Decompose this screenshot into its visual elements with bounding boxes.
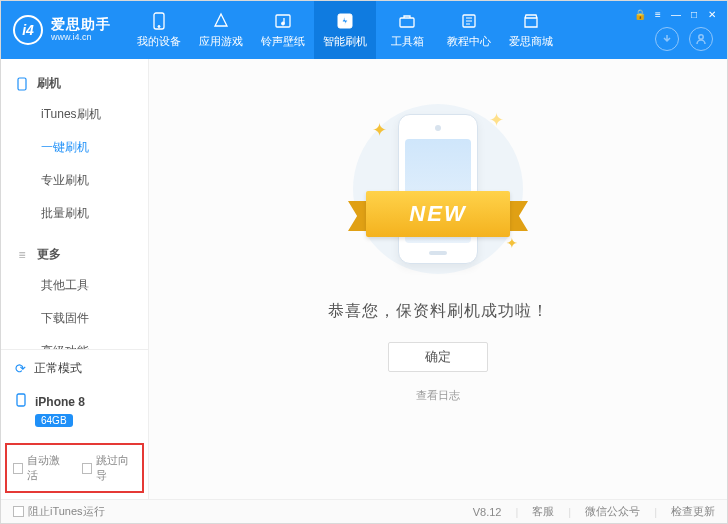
flash-icon [336, 12, 354, 30]
apps-icon [212, 12, 230, 30]
ok-button[interactable]: 确定 [388, 342, 488, 372]
lock-icon[interactable]: 🔒 [633, 7, 647, 21]
top-nav: 我的设备 应用游戏 铃声壁纸 智能刷机 工具箱 教程中心 [128, 1, 562, 59]
menu-icon[interactable]: ≡ [651, 7, 665, 21]
header: i4 爱思助手 www.i4.cn 我的设备 应用游戏 铃声壁纸 智能刷机 [1, 1, 727, 59]
user-circle-button[interactable] [689, 27, 713, 51]
toolbox-icon [398, 12, 416, 30]
footer: 阻止iTunes运行 V8.12 | 客服 | 微信公众号 | 检查更新 [1, 499, 727, 523]
storage-badge: 64GB [35, 414, 73, 427]
nav-label: 我的设备 [137, 34, 181, 49]
svg-point-3 [282, 22, 285, 25]
checkbox-block-itunes[interactable]: 阻止iTunes运行 [13, 504, 105, 519]
phone-small-icon [15, 393, 27, 410]
checkbox-box-icon [82, 463, 92, 474]
nav-label: 智能刷机 [323, 34, 367, 49]
app-url: www.i4.cn [51, 33, 111, 43]
nav-tutorials[interactable]: 教程中心 [438, 1, 500, 59]
sparkle-icon: ✦ [506, 235, 518, 251]
sidebar-item-batch-flash[interactable]: 批量刷机 [1, 197, 148, 230]
nav-store[interactable]: 爱思商城 [500, 1, 562, 59]
success-illustration: ✦ ✦ ✦ NEW [328, 99, 548, 279]
svg-point-7 [699, 35, 703, 39]
sparkle-icon: ✦ [489, 109, 504, 131]
sidebar-item-other-tools[interactable]: 其他工具 [1, 269, 148, 302]
highlighted-options: 自动激活 跳过向导 [5, 443, 144, 493]
nav-my-device[interactable]: 我的设备 [128, 1, 190, 59]
device-row[interactable]: iPhone 8 [1, 387, 148, 412]
check-update-link[interactable]: 检查更新 [671, 504, 715, 519]
nav-label: 教程中心 [447, 34, 491, 49]
music-icon [274, 12, 292, 30]
sidebar-item-itunes-flash[interactable]: iTunes刷机 [1, 98, 148, 131]
sidebar-section-flash: 刷机 [1, 69, 148, 98]
sidebar-section-more: ≡ 更多 [1, 240, 148, 269]
sidebar-item-one-click-flash[interactable]: 一键刷机 [1, 131, 148, 164]
nav-toolbox[interactable]: 工具箱 [376, 1, 438, 59]
app-title: 爱思助手 [51, 17, 111, 32]
more-icon: ≡ [15, 248, 29, 262]
book-icon [460, 12, 478, 30]
success-message: 恭喜您，保资料刷机成功啦！ [328, 301, 549, 322]
svg-rect-8 [18, 78, 26, 90]
device-name: iPhone 8 [35, 395, 85, 409]
svg-rect-5 [400, 18, 414, 27]
svg-rect-9 [17, 394, 25, 406]
sidebar-item-download-firmware[interactable]: 下载固件 [1, 302, 148, 335]
svg-point-1 [158, 25, 160, 27]
checkbox-box-icon [13, 506, 24, 517]
phone-icon [150, 12, 168, 30]
refresh-icon: ⟳ [15, 361, 26, 376]
checkbox-skip-wizard[interactable]: 跳过向导 [82, 453, 137, 483]
device-icon [15, 77, 29, 91]
download-circle-button[interactable] [655, 27, 679, 51]
support-link[interactable]: 客服 [532, 504, 554, 519]
nav-label: 应用游戏 [199, 34, 243, 49]
content-area: ✦ ✦ ✦ NEW 恭喜您，保资料刷机成功啦！ 确定 查看日志 [149, 59, 727, 499]
nav-apps-games[interactable]: 应用游戏 [190, 1, 252, 59]
phone-illustration [398, 114, 478, 264]
wechat-link[interactable]: 微信公众号 [585, 504, 640, 519]
close-button[interactable]: ✕ [705, 7, 719, 21]
nav-smart-flash[interactable]: 智能刷机 [314, 1, 376, 59]
nav-label: 工具箱 [391, 34, 424, 49]
nav-label: 铃声壁纸 [261, 34, 305, 49]
view-log-link[interactable]: 查看日志 [416, 388, 460, 403]
sidebar: 刷机 iTunes刷机 一键刷机 专业刷机 批量刷机 ≡ 更多 其他工具 下载固… [1, 59, 149, 499]
nav-label: 爱思商城 [509, 34, 553, 49]
checkbox-auto-activate[interactable]: 自动激活 [13, 453, 68, 483]
nav-ringtone-wallpaper[interactable]: 铃声壁纸 [252, 1, 314, 59]
new-ribbon: NEW [348, 191, 528, 237]
sidebar-item-advanced[interactable]: 高级功能 [1, 335, 148, 349]
logo: i4 爱思助手 www.i4.cn [13, 1, 128, 59]
checkbox-box-icon [13, 463, 23, 474]
sparkle-icon: ✦ [372, 119, 387, 141]
shop-icon [522, 12, 540, 30]
sidebar-item-pro-flash[interactable]: 专业刷机 [1, 164, 148, 197]
maximize-button[interactable]: □ [687, 7, 701, 21]
window-controls: 🔒 ≡ — □ ✕ [633, 1, 719, 21]
device-mode-label: 正常模式 [34, 360, 82, 377]
minimize-button[interactable]: — [669, 7, 683, 21]
version-label: V8.12 [473, 506, 502, 518]
device-mode-row[interactable]: ⟳ 正常模式 [1, 350, 148, 387]
logo-icon: i4 [13, 15, 43, 45]
